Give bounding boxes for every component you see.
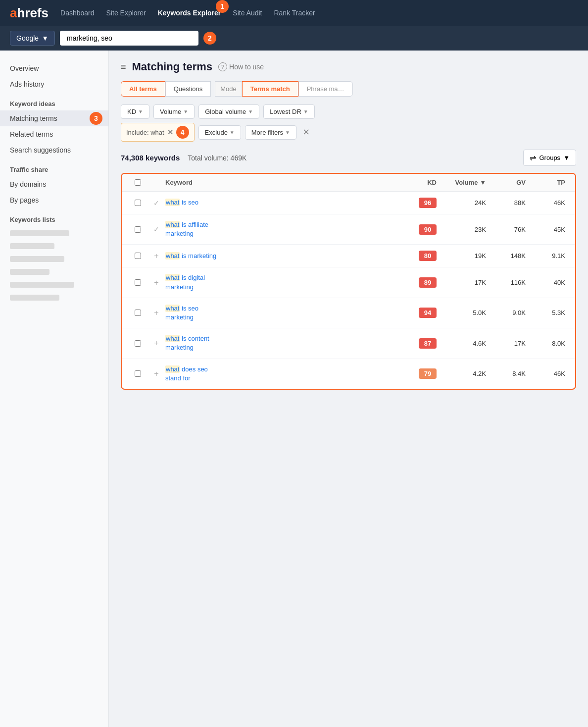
sidebar-item-related-terms[interactable]: Related terms — [0, 126, 108, 142]
keyword-highlight: what — [165, 274, 180, 281]
engine-selector[interactable]: Google ▼ — [10, 31, 55, 46]
include-filter-tag: Include: what ✕ 4 — [121, 123, 195, 142]
keyword-link[interactable]: what is seo — [165, 199, 198, 206]
row-checkbox[interactable] — [128, 279, 147, 286]
tab-phrase-match[interactable]: Phrase ma… — [298, 81, 353, 97]
filter-exclude[interactable]: Exclude ▼ — [198, 125, 241, 140]
mode-label: Mode — [215, 81, 242, 97]
sidebar-item-matching-terms[interactable]: Matching terms 3 — [0, 110, 108, 126]
kd-badge: 89 — [419, 277, 437, 288]
nav-keywords-explorer[interactable]: Keywords Explorer 1 — [158, 9, 221, 17]
dropdown-arrow-icon: ▼ — [42, 34, 49, 42]
nav-dashboard[interactable]: Dashboard — [60, 9, 95, 17]
kd-badge: 80 — [419, 251, 437, 261]
keyword-link[interactable]: what is digitalmarketing — [165, 274, 205, 290]
sidebar-blurred-item — [0, 252, 108, 265]
row-action-check[interactable]: ✓ — [147, 199, 165, 207]
groups-icon: ⇌ — [530, 153, 536, 162]
row-checkbox[interactable] — [128, 200, 147, 206]
kd-badge: 90 — [419, 224, 437, 235]
filters-row-1: KD ▼ Volume ▼ Global volume ▼ Lowest DR … — [121, 104, 576, 119]
tp-cell: 8.0K — [530, 340, 569, 347]
keyword-link[interactable]: what is seomarketing — [165, 305, 198, 321]
row-checkbox[interactable] — [128, 310, 147, 316]
kd-cell: 87 — [401, 338, 441, 349]
filter-kd[interactable]: KD ▼ — [121, 104, 149, 119]
search-input[interactable] — [60, 31, 198, 46]
sidebar-item-ads-history[interactable]: Ads history — [0, 76, 108, 92]
row-action-plus[interactable]: + — [147, 369, 165, 378]
filter-volume[interactable]: Volume ▼ — [153, 104, 195, 119]
kd-badge: 87 — [419, 338, 437, 349]
gv-cell: 9.0K — [490, 309, 530, 316]
groups-button[interactable]: ⇌ Groups ▼ — [523, 150, 576, 166]
row-checkbox[interactable] — [128, 370, 147, 377]
sidebar-item-by-pages[interactable]: By pages — [0, 192, 108, 208]
keywords-count: 74,308 keywords — [121, 154, 180, 162]
keyword-highlight: what — [165, 252, 180, 260]
filter-more[interactable]: More filters ▼ — [245, 125, 296, 140]
keyword-highlight: what — [165, 199, 180, 206]
keyword-link[interactable]: what is contentmarketing — [165, 335, 209, 351]
tab-questions[interactable]: Questions — [165, 81, 211, 97]
question-icon: ? — [218, 62, 227, 71]
nav-site-audit[interactable]: Site Audit — [233, 9, 262, 17]
tp-cell: 46K — [530, 370, 569, 377]
gv-cell: 148K — [490, 252, 530, 260]
filter-global-volume[interactable]: Global volume ▼ — [198, 104, 259, 119]
header-tp: TP — [530, 179, 569, 186]
plus-icon: + — [154, 369, 158, 378]
kd-arrow-icon: ▼ — [138, 109, 143, 114]
plus-icon: + — [154, 309, 158, 317]
kd-cell: 79 — [401, 368, 441, 379]
filters-row-2: Include: what ✕ 4 Exclude ▼ More filters… — [121, 123, 576, 142]
tab-terms-match[interactable]: Terms match — [242, 81, 298, 97]
logo: ahrefs — [10, 5, 49, 21]
logo-hrefs: hrefs — [17, 5, 49, 20]
keyword-link[interactable]: what does seostand for — [165, 365, 208, 382]
row-action-check[interactable]: ✓ — [147, 225, 165, 233]
how-to-use-link[interactable]: ? How to use — [218, 62, 264, 71]
volume-cell: 23K — [441, 226, 490, 233]
keyword-link[interactable]: what is marketing — [165, 252, 216, 260]
tab-all-terms[interactable]: All terms — [121, 81, 165, 97]
row-action-plus[interactable]: + — [147, 309, 165, 317]
volume-cell: 17K — [441, 279, 490, 286]
sidebar-section-traffic-share: Traffic share — [0, 158, 108, 176]
filter-lowest-dr[interactable]: Lowest DR ▼ — [263, 104, 314, 119]
plus-icon: + — [154, 252, 158, 260]
gv-arrow-icon: ▼ — [248, 109, 253, 114]
keyword-link[interactable]: what is affiliatemarketing — [165, 221, 208, 237]
row-checkbox[interactable] — [128, 253, 147, 259]
search-bar: Google ▼ 2 — [0, 26, 588, 51]
sidebar-item-by-domains[interactable]: By domains — [0, 176, 108, 192]
volume-cell: 4.6K — [441, 340, 490, 347]
header-volume[interactable]: Volume ▼ — [441, 179, 490, 186]
table-row: ✓ what is seo 96 24K 88K 46K — [122, 192, 575, 214]
row-action-plus[interactable]: + — [147, 278, 165, 287]
row-checkbox[interactable] — [128, 340, 147, 347]
sidebar-blurred-item — [0, 278, 108, 291]
clear-all-filters-button[interactable]: ✕ — [300, 125, 312, 140]
gv-cell: 8.4K — [490, 370, 530, 377]
nav-site-explorer[interactable]: Site Explorer — [106, 9, 146, 17]
nav-rank-tracker[interactable]: Rank Tracker — [274, 9, 315, 17]
row-checkbox[interactable] — [128, 226, 147, 233]
kd-cell: 94 — [401, 308, 441, 318]
row-action-plus[interactable]: + — [147, 252, 165, 260]
table-row: ✓ what is affiliatemarketing 90 23K 76K … — [122, 214, 575, 245]
keyword-cell: what is affiliatemarketing — [165, 220, 401, 238]
page-layout: Overview Ads history Keyword ideas Match… — [0, 51, 588, 727]
check-icon: ✓ — [153, 225, 159, 233]
plus-icon: + — [154, 278, 158, 287]
select-all-checkbox[interactable] — [135, 179, 141, 186]
table-row: + what is marketing 80 19K 148K 9.1K — [122, 245, 575, 267]
gv-cell: 88K — [490, 199, 530, 207]
sidebar-item-search-suggestions[interactable]: Search suggestions — [0, 142, 108, 158]
include-tag-remove[interactable]: ✕ — [167, 128, 173, 136]
sidebar-item-overview[interactable]: Overview — [0, 60, 108, 76]
logo-a: a — [10, 5, 17, 20]
row-action-plus[interactable]: + — [147, 339, 165, 348]
hamburger-icon: ≡ — [121, 62, 126, 72]
tp-cell: 46K — [530, 199, 569, 207]
